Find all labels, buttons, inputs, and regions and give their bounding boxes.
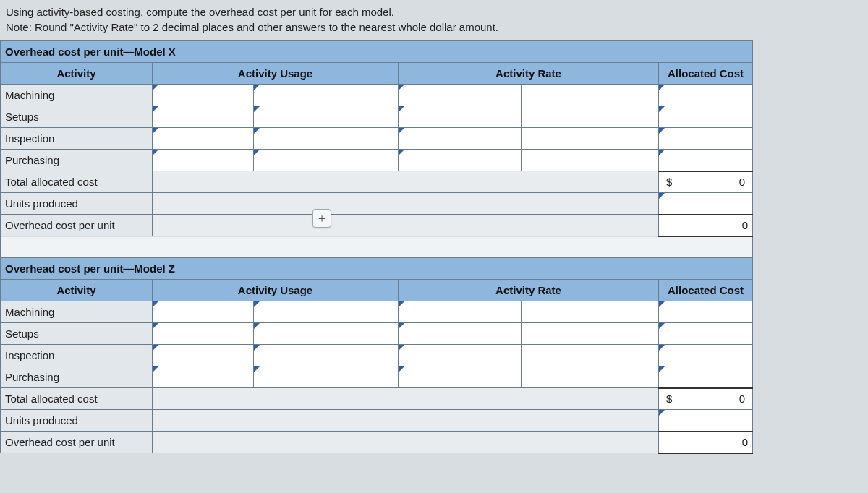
input-machining-usage1-x[interactable] xyxy=(153,85,254,106)
input-machining-cost-x[interactable] xyxy=(659,85,753,106)
input-inspection-rate1-x[interactable] xyxy=(399,128,522,150)
input-inspection-rate2-z[interactable] xyxy=(522,345,659,366)
blank-units-x xyxy=(153,193,659,215)
input-purchasing-cost-z[interactable] xyxy=(659,366,753,388)
row-purchasing-z: Purchasing xyxy=(1,366,753,388)
row-machining-z: Machining xyxy=(1,301,753,323)
input-setups-cost-x[interactable] xyxy=(659,106,753,128)
input-purchasing-rate2-z[interactable] xyxy=(522,366,659,388)
gap-row xyxy=(1,236,753,258)
label-total-x: Total allocated cost xyxy=(1,171,153,193)
input-setups-usage2-z[interactable] xyxy=(254,323,399,345)
input-inspection-usage1-x[interactable] xyxy=(153,128,254,150)
instructions-block: Using activity-based costing, compute th… xyxy=(0,0,868,40)
input-machining-usage2-z[interactable] xyxy=(254,301,399,323)
header-rate-z: Activity Rate xyxy=(399,280,659,301)
input-machining-rate2-x[interactable] xyxy=(522,85,659,106)
input-machining-usage2-x[interactable] xyxy=(254,85,399,106)
instruction-line-1: Using activity-based costing, compute th… xyxy=(6,4,862,20)
header-cost-x: Allocated Cost xyxy=(659,63,753,85)
row-units-z: Units produced xyxy=(1,410,753,432)
input-machining-rate1-z[interactable] xyxy=(399,301,522,323)
input-units-x[interactable] xyxy=(659,193,753,215)
label-machining-x: Machining xyxy=(1,85,153,106)
input-inspection-usage2-z[interactable] xyxy=(254,345,399,366)
input-purchasing-rate1-x[interactable] xyxy=(399,150,522,171)
label-setups-x: Setups xyxy=(1,106,153,128)
blank-ohpu-z xyxy=(153,432,659,453)
row-setups-z: Setups xyxy=(1,323,753,345)
input-setups-rate2-z[interactable] xyxy=(522,323,659,345)
label-units-z: Units produced xyxy=(1,410,153,432)
label-machining-z: Machining xyxy=(1,301,153,323)
input-setups-usage1-x[interactable] xyxy=(153,106,254,128)
label-inspection-x: Inspection xyxy=(1,128,153,150)
plus-icon: ＋ xyxy=(316,211,328,226)
currency-sym-total-z: $ xyxy=(663,393,672,405)
worksheet-table: Overhead cost per unit—Model X Activity … xyxy=(0,40,753,454)
input-purchasing-cost-x[interactable] xyxy=(659,150,753,171)
input-setups-usage2-x[interactable] xyxy=(254,106,399,128)
input-purchasing-usage1-x[interactable] xyxy=(153,150,254,171)
input-setups-rate2-x[interactable] xyxy=(522,106,659,128)
input-machining-usage1-z[interactable] xyxy=(153,301,254,323)
blank-total-x xyxy=(153,171,659,193)
label-purchasing-z: Purchasing xyxy=(1,366,153,388)
input-purchasing-usage2-x[interactable] xyxy=(254,150,399,171)
input-purchasing-usage1-z[interactable] xyxy=(153,366,254,388)
input-inspection-usage1-z[interactable] xyxy=(153,345,254,366)
input-purchasing-rate2-x[interactable] xyxy=(522,150,659,171)
input-purchasing-usage2-z[interactable] xyxy=(254,366,399,388)
input-machining-cost-z[interactable] xyxy=(659,301,753,323)
input-inspection-rate2-x[interactable] xyxy=(522,128,659,150)
input-setups-rate1-z[interactable] xyxy=(399,323,522,345)
row-ohpu-x: Overhead cost per unit 0 xyxy=(1,215,753,236)
row-inspection-z: Inspection xyxy=(1,345,753,366)
row-setups-x: Setups xyxy=(1,106,753,128)
currency-sym-total-x: $ xyxy=(663,176,672,188)
input-machining-rate1-x[interactable] xyxy=(399,85,522,106)
label-units-x: Units produced xyxy=(1,193,153,215)
section-title-model-z: Overhead cost per unit—Model Z xyxy=(1,258,753,280)
value-total-x: 0 xyxy=(739,176,748,188)
label-purchasing-x: Purchasing xyxy=(1,150,153,171)
blank-ohpu-x xyxy=(153,215,659,236)
input-inspection-rate1-z[interactable] xyxy=(399,345,522,366)
label-ohpu-z: Overhead cost per unit xyxy=(1,432,153,453)
row-machining-x: Machining xyxy=(1,85,753,106)
blank-units-z xyxy=(153,410,659,432)
row-ohpu-z: Overhead cost per unit 0 xyxy=(1,432,753,453)
cell-ohpu-x: 0 xyxy=(659,215,753,236)
input-inspection-cost-z[interactable] xyxy=(659,345,753,366)
row-total-x: Total allocated cost $ 0 xyxy=(1,171,753,193)
row-total-z: Total allocated cost $ 0 xyxy=(1,388,753,410)
add-row-button[interactable]: ＋ xyxy=(312,209,331,228)
input-inspection-usage2-x[interactable] xyxy=(254,128,399,150)
header-usage-x: Activity Usage xyxy=(153,63,399,85)
input-setups-rate1-x[interactable] xyxy=(399,106,522,128)
label-inspection-z: Inspection xyxy=(1,345,153,366)
row-units-x: Units produced xyxy=(1,193,753,215)
header-cost-z: Allocated Cost xyxy=(659,280,753,301)
row-purchasing-x: Purchasing xyxy=(1,150,753,171)
cell-total-cost-x: $ 0 xyxy=(659,171,753,193)
cell-ohpu-z: 0 xyxy=(659,432,753,453)
input-units-z[interactable] xyxy=(659,410,753,432)
value-total-z: 0 xyxy=(739,393,748,405)
input-purchasing-rate1-z[interactable] xyxy=(399,366,522,388)
label-ohpu-x: Overhead cost per unit xyxy=(1,215,153,236)
label-total-z: Total allocated cost xyxy=(1,388,153,410)
section-title-model-x: Overhead cost per unit—Model X xyxy=(1,41,753,63)
input-inspection-cost-x[interactable] xyxy=(659,128,753,150)
label-setups-z: Setups xyxy=(1,323,153,345)
input-setups-cost-z[interactable] xyxy=(659,323,753,345)
input-setups-usage1-z[interactable] xyxy=(153,323,254,345)
row-inspection-x: Inspection xyxy=(1,128,753,150)
instruction-line-2: Note: Round "Activity Rate" to 2 decimal… xyxy=(6,20,862,35)
header-activity-z: Activity xyxy=(1,280,153,301)
header-rate-x: Activity Rate xyxy=(399,63,659,85)
header-activity-x: Activity xyxy=(1,63,153,85)
header-usage-z: Activity Usage xyxy=(153,280,399,301)
cell-total-cost-z: $ 0 xyxy=(659,388,753,410)
input-machining-rate2-z[interactable] xyxy=(522,301,659,323)
